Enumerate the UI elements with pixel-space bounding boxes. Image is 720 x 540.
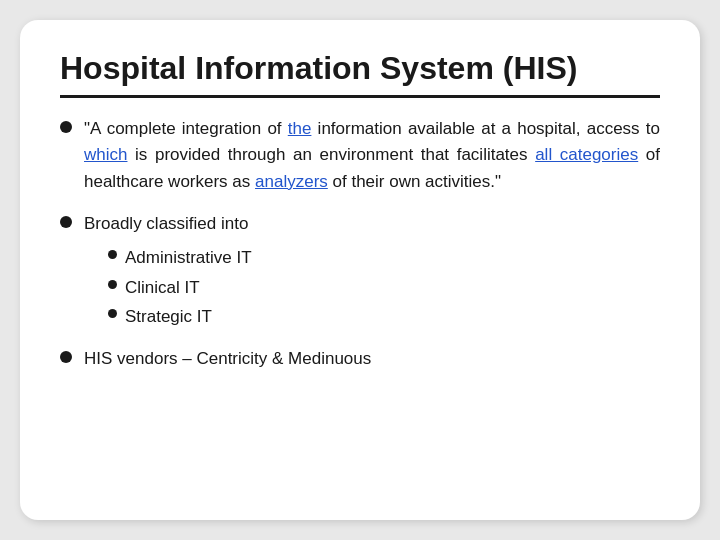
highlight-all-categories: all categories bbox=[535, 145, 638, 164]
bullet-text-3: HIS vendors – Centricity & Medinuous bbox=[84, 346, 371, 372]
sub-bullet-dot-3 bbox=[108, 309, 117, 318]
bullet-item-2: Broadly classified into Administrative I… bbox=[60, 211, 660, 330]
sub-bullet-strategic: Strategic IT bbox=[108, 304, 252, 330]
bullet-dot-3 bbox=[60, 351, 72, 363]
highlight-which: which bbox=[84, 145, 127, 164]
sub-bullet-dot-1 bbox=[108, 250, 117, 259]
bullet-dot-1 bbox=[60, 121, 72, 133]
sub-bullet-dot-2 bbox=[108, 280, 117, 289]
bullet-text-2: Broadly classified into bbox=[84, 211, 252, 237]
bullet-item-1: "A complete integration of the informati… bbox=[60, 116, 660, 195]
sub-bullet-clinical: Clinical IT bbox=[108, 275, 252, 301]
sub-bullet-admin: Administrative IT bbox=[108, 245, 252, 271]
sub-bullets: Administrative IT Clinical IT Strategic … bbox=[108, 245, 252, 330]
content-area: "A complete integration of the informati… bbox=[60, 116, 660, 490]
slide-title: Hospital Information System (HIS) bbox=[60, 50, 660, 98]
bullet-item-3: HIS vendors – Centricity & Medinuous bbox=[60, 346, 660, 372]
bullet-second: Broadly classified into Administrative I… bbox=[84, 211, 252, 330]
highlight-the: the bbox=[288, 119, 312, 138]
sub-bullet-text-2: Clinical IT bbox=[125, 275, 200, 301]
highlight-analyzers: analyzers bbox=[255, 172, 328, 191]
sub-bullet-text-3: Strategic IT bbox=[125, 304, 212, 330]
bullet-text-1: "A complete integration of the informati… bbox=[84, 116, 660, 195]
bullet-dot-2 bbox=[60, 216, 72, 228]
sub-bullet-text-1: Administrative IT bbox=[125, 245, 252, 271]
slide: Hospital Information System (HIS) "A com… bbox=[20, 20, 700, 520]
